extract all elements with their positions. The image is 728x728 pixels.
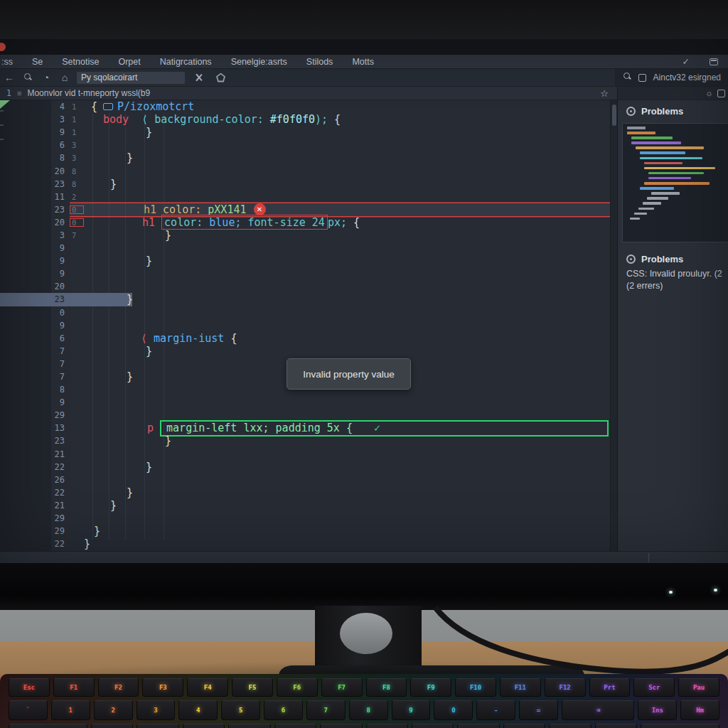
inner-line-number: 8 xyxy=(70,167,84,176)
code-line[interactable]: 9 xyxy=(51,396,610,409)
code-line[interactable]: 238} xyxy=(51,178,610,191)
menu-item-1[interactable]: Se xyxy=(32,57,43,67)
menu-item-5[interactable]: Senelgie:asrts xyxy=(231,57,287,67)
code-token: h1 xyxy=(142,216,155,229)
code-content xyxy=(84,512,610,525)
code-line[interactable]: 13p margin-left lxx; padding 5x {✓ xyxy=(51,422,610,434)
code-token: #f0f0f0 xyxy=(264,113,315,126)
menu-item-2[interactable]: Setnotise xyxy=(62,57,99,67)
inner-line-number: 2 xyxy=(70,193,84,201)
bookmark-star-icon[interactable]: ☆ xyxy=(600,88,609,99)
code-token: } xyxy=(110,178,117,191)
history-icon[interactable]: ◔ xyxy=(37,72,55,83)
device-frame-icon[interactable] xyxy=(638,74,646,82)
code-token: pXX141 xyxy=(208,203,246,216)
code-token: } xyxy=(146,255,152,267)
keyboard-key-8: 8 xyxy=(349,700,388,720)
code-line[interactable]: 91} xyxy=(51,126,610,139)
code-token: color: xyxy=(156,203,208,216)
line-number: 3 xyxy=(51,114,70,124)
line-number: 21 xyxy=(51,500,70,510)
line-number: 20 xyxy=(51,218,70,228)
code-line[interactable]: 21} xyxy=(51,499,610,512)
code-line[interactable]: 0 xyxy=(51,306,610,319)
code-content: } xyxy=(84,434,610,447)
fork-icon[interactable] xyxy=(195,73,203,82)
address-search-input[interactable] xyxy=(77,72,185,84)
scrollbar-thumb[interactable] xyxy=(612,105,616,126)
code-content xyxy=(84,396,610,409)
code-line[interactable]: 63 xyxy=(51,139,610,151)
code-line[interactable]: 29} xyxy=(51,525,610,537)
check-icon[interactable]: ✓ xyxy=(682,56,690,67)
problems-header-2[interactable]: Problems xyxy=(618,248,728,267)
menu-item-0[interactable]: :ss xyxy=(1,57,13,67)
code-line[interactable]: 29 xyxy=(51,512,610,525)
code-token: } xyxy=(146,126,152,139)
keyboard-key-⌫: ⌫ xyxy=(562,700,634,720)
code-line[interactable]: 9 xyxy=(51,242,610,255)
panel-search-icon[interactable] xyxy=(623,73,631,82)
code-line[interactable]: 83} xyxy=(51,151,610,164)
code-line[interactable]: 208 xyxy=(51,164,610,177)
panel-layout-icon[interactable] xyxy=(717,90,725,97)
status-divider xyxy=(648,553,649,562)
code-token: } xyxy=(127,151,133,164)
rail-mark xyxy=(0,110,4,112)
code-line[interactable]: 31body ⟨ background-color: #f0f0f0); { xyxy=(51,113,610,126)
shield-icon[interactable] xyxy=(216,73,225,82)
back-icon[interactable]: ← xyxy=(0,72,18,83)
code-line[interactable]: 230h1 color: pXX141✕ xyxy=(51,203,610,216)
code-line[interactable]: 6⟨ margin-iust { xyxy=(51,332,610,345)
keyboard-key-f9: F9 xyxy=(410,678,451,697)
keyboard-key-f4: F4 xyxy=(187,678,228,697)
code-line[interactable]: 23} xyxy=(51,434,610,447)
problems-panel: Problems Problems CSS: Invalid prouluyr.… xyxy=(617,100,728,551)
window-close-dot[interactable] xyxy=(0,43,6,51)
code-line[interactable]: 22} xyxy=(51,486,610,499)
code-line[interactable]: 7} xyxy=(51,345,610,358)
code-minimap[interactable] xyxy=(622,123,728,242)
window-icon[interactable] xyxy=(710,58,718,65)
code-token: margin-left lxx; padding 5x { xyxy=(166,422,353,434)
code-line[interactable]: 9 xyxy=(51,319,610,332)
keyboard-key-f3: F3 xyxy=(142,678,183,697)
file-tab[interactable]: 1 ≡ Moonvlor vid t-mneporty wssl(b9 ☆ xyxy=(0,87,617,100)
menu-right-icons: ✓ xyxy=(682,56,728,67)
problems-header[interactable]: Problems xyxy=(618,100,728,119)
code-line[interactable]: 41{P/izoxmotcrt xyxy=(51,100,610,113)
menu-item-7[interactable]: Motts xyxy=(352,57,374,67)
keyboard-key-3: 3 xyxy=(136,700,176,720)
code-line[interactable]: 22} xyxy=(51,461,610,473)
keyboard-key-p: P xyxy=(503,724,545,728)
code-content: h1 color: pXX141✕ xyxy=(84,203,610,216)
code-area[interactable]: 41{P/izoxmotcrt31body ⟨ background-color… xyxy=(51,100,610,551)
code-line[interactable]: 21 xyxy=(51,448,610,461)
editor-scrollbar[interactable] xyxy=(610,100,617,551)
home-icon[interactable]: ⌂ xyxy=(55,72,74,83)
code-line[interactable]: 200h1 color: blue; font-size 24px; { xyxy=(51,216,610,229)
menu-item-3[interactable]: Orpet xyxy=(118,57,140,67)
code-line[interactable]: 9} xyxy=(51,255,610,267)
code-line[interactable]: 20 xyxy=(51,280,610,293)
editor-left-rail xyxy=(0,100,51,551)
code-line[interactable]: 37} xyxy=(51,229,610,242)
code-line[interactable]: 22} xyxy=(51,537,610,550)
code-line[interactable]: 23} xyxy=(51,293,610,306)
inner-line-number: 1 xyxy=(70,115,84,124)
keyboard-key-o: O xyxy=(457,724,499,728)
search-icon[interactable] xyxy=(18,72,37,83)
keyboard-key-0: 0 xyxy=(434,700,473,720)
monitor-bezel-bottom xyxy=(0,563,728,610)
menu-item-6[interactable]: Stilods xyxy=(306,57,333,67)
code-line[interactable]: 26 xyxy=(51,473,610,486)
code-line[interactable]: 112 xyxy=(51,191,610,203)
code-line[interactable]: 9 xyxy=(51,267,610,280)
keyboard-key-u: U xyxy=(366,724,408,728)
settings-gear-icon[interactable]: ☼ xyxy=(705,88,713,98)
line-number: 9 xyxy=(51,243,70,253)
line-number: 9 xyxy=(51,256,70,266)
code-content: } xyxy=(84,486,610,499)
keyboard-key-f8: F8 xyxy=(366,678,407,697)
menu-item-4[interactable]: Natigrcations xyxy=(160,57,212,67)
